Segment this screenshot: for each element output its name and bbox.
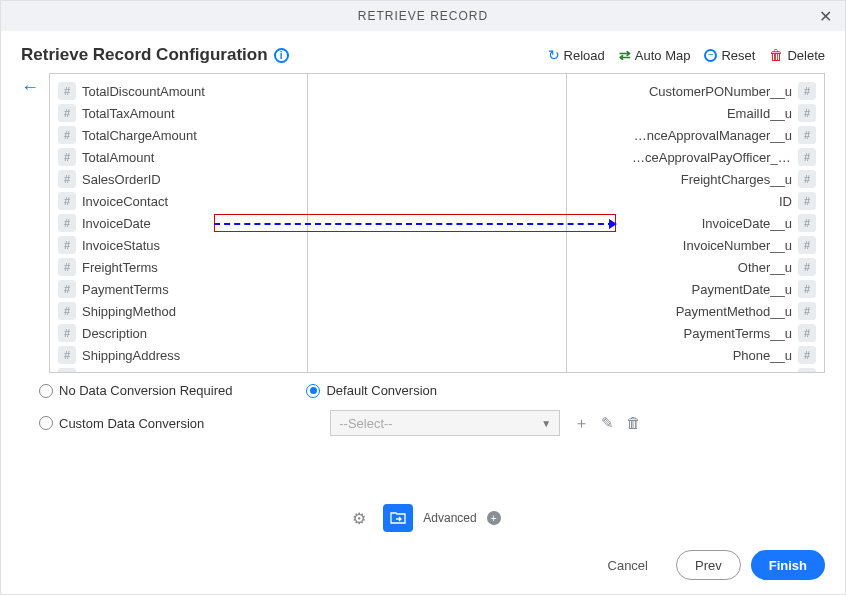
- field-label: TotalChargeAmount: [82, 128, 197, 143]
- field-label: TotalTaxAmount: [82, 106, 175, 121]
- target-field[interactable]: ID#: [567, 190, 824, 212]
- field-label: TotalAmount: [82, 150, 154, 165]
- source-field[interactable]: #BillingAddress: [50, 366, 307, 372]
- field-label: ID: [779, 194, 792, 209]
- source-field[interactable]: #FreightTerms: [50, 256, 307, 278]
- source-field[interactable]: #ShippingAddress: [50, 344, 307, 366]
- source-field[interactable]: #Description: [50, 322, 307, 344]
- hash-icon: #: [798, 214, 816, 232]
- radio-no-conversion[interactable]: No Data Conversion Required: [39, 383, 232, 398]
- reload-icon: ↻: [548, 47, 560, 63]
- source-field[interactable]: #ShippingMethod: [50, 300, 307, 322]
- field-label: CustomerPONumber__u: [649, 84, 792, 99]
- target-field[interactable]: InvoiceNumber__u#: [567, 234, 824, 256]
- conversion-options-row: No Data Conversion Required Default Conv…: [1, 373, 845, 402]
- title-bar: RETRIEVE RECORD ✕: [1, 1, 845, 31]
- source-field[interactable]: #TotalChargeAmount: [50, 124, 307, 146]
- export-icon[interactable]: [383, 504, 413, 532]
- target-field[interactable]: FreightCharges__u#: [567, 168, 824, 190]
- field-label: InvoiceDate: [82, 216, 151, 231]
- source-field[interactable]: #TotalDiscountAmount: [50, 80, 307, 102]
- delete-icon[interactable]: 🗑: [626, 414, 641, 433]
- mapping-arrow: [214, 223, 614, 225]
- hash-icon: #: [58, 368, 76, 372]
- hash-icon: #: [798, 258, 816, 276]
- hash-icon: #: [798, 302, 816, 320]
- target-field[interactable]: PaymentDate__u#: [567, 278, 824, 300]
- field-label: …ceApprovalPayOfficer__u: [632, 150, 792, 165]
- source-field[interactable]: #PaymentTerms: [50, 278, 307, 300]
- edit-icon[interactable]: ✎: [601, 414, 614, 433]
- field-label: FreightCharges__u: [681, 172, 792, 187]
- finish-button[interactable]: Finish: [751, 550, 825, 580]
- conversion-select[interactable]: --Select-- ▼: [330, 410, 560, 436]
- field-label: EmailId__u: [727, 106, 792, 121]
- field-label: BillingAddress: [82, 370, 164, 373]
- hash-icon: #: [58, 148, 76, 166]
- hash-icon: #: [798, 170, 816, 188]
- folder-arrow-icon: [390, 511, 406, 525]
- source-field[interactable]: #TotalTaxAmount: [50, 102, 307, 124]
- target-field[interactable]: PaymentTerms__u#: [567, 322, 824, 344]
- hash-icon: #: [798, 192, 816, 210]
- field-label: ShippingAddress: [82, 348, 180, 363]
- hash-icon: #: [58, 104, 76, 122]
- back-arrow-icon[interactable]: ←: [21, 77, 39, 373]
- hash-icon: #: [798, 148, 816, 166]
- field-label: PaymentDate__u: [692, 282, 792, 297]
- page-title: Retrieve Record Configuration: [21, 45, 268, 65]
- radio-icon: [39, 416, 53, 430]
- automap-button[interactable]: ⇄ Auto Map: [619, 47, 691, 63]
- cancel-button[interactable]: Cancel: [590, 550, 666, 580]
- add-advanced-icon[interactable]: +: [487, 511, 501, 525]
- source-field[interactable]: #InvoiceStatus: [50, 234, 307, 256]
- info-icon[interactable]: i: [274, 48, 289, 63]
- target-field[interactable]: Phone__u#: [567, 344, 824, 366]
- hash-icon: #: [798, 82, 816, 100]
- conversion-action-icons: ＋ ✎ 🗑: [574, 414, 641, 433]
- target-field[interactable]: Other__u#: [567, 256, 824, 278]
- hash-icon: #: [798, 104, 816, 122]
- hash-icon: #: [58, 346, 76, 364]
- close-icon[interactable]: ✕: [819, 7, 833, 26]
- header-actions: ↻ Reload ⇄ Auto Map − Reset 🗑 Delete: [548, 47, 825, 63]
- delete-button[interactable]: 🗑 Delete: [769, 47, 825, 63]
- mapping-panel: #TotalDiscountAmount#TotalTaxAmount#Tota…: [49, 73, 825, 373]
- radio-custom-conversion[interactable]: Custom Data Conversion: [39, 416, 204, 431]
- hash-icon: #: [58, 82, 76, 100]
- target-field[interactable]: …ceApprovalPayOfficer__u#: [567, 146, 824, 168]
- field-label: InvoiceStatus: [82, 238, 160, 253]
- reload-label: Reload: [564, 48, 605, 63]
- modal-title: RETRIEVE RECORD: [358, 9, 488, 23]
- settings-icon[interactable]: ⚙: [345, 504, 373, 532]
- target-field[interactable]: CustomerPONumber__u#: [567, 80, 824, 102]
- target-field[interactable]: …nceApprovalManager__u#: [567, 124, 824, 146]
- field-label: Other__u: [738, 260, 792, 275]
- field-label: PaymentTerms__u: [684, 326, 792, 341]
- field-label: PaymentMethod__u: [676, 304, 792, 319]
- hash-icon: #: [58, 280, 76, 298]
- prev-button[interactable]: Prev: [676, 550, 741, 580]
- source-field[interactable]: #SalesOrderID: [50, 168, 307, 190]
- add-icon[interactable]: ＋: [574, 414, 589, 433]
- field-label: ShippingMethod: [82, 304, 176, 319]
- radio-default-conversion[interactable]: Default Conversion: [306, 383, 437, 398]
- reload-button[interactable]: ↻ Reload: [548, 47, 605, 63]
- hash-icon: #: [58, 214, 76, 232]
- field-label: TotalDiscountAmount: [82, 84, 205, 99]
- custom-conversion-row: Custom Data Conversion --Select-- ▼ ＋ ✎ …: [1, 402, 845, 444]
- radio-label: Custom Data Conversion: [59, 416, 204, 431]
- select-placeholder: --Select--: [339, 416, 392, 431]
- target-field[interactable]: POAmount__u#: [567, 366, 824, 372]
- hash-icon: #: [58, 192, 76, 210]
- source-field[interactable]: #InvoiceContact: [50, 190, 307, 212]
- target-field[interactable]: EmailId__u#: [567, 102, 824, 124]
- reset-button[interactable]: − Reset: [704, 48, 755, 63]
- hash-icon: #: [58, 236, 76, 254]
- hash-icon: #: [58, 324, 76, 342]
- reset-label: Reset: [721, 48, 755, 63]
- target-field[interactable]: PaymentMethod__u#: [567, 300, 824, 322]
- source-field[interactable]: #TotalAmount: [50, 146, 307, 168]
- field-label: InvoiceDate__u: [702, 216, 792, 231]
- field-label: InvoiceContact: [82, 194, 168, 209]
